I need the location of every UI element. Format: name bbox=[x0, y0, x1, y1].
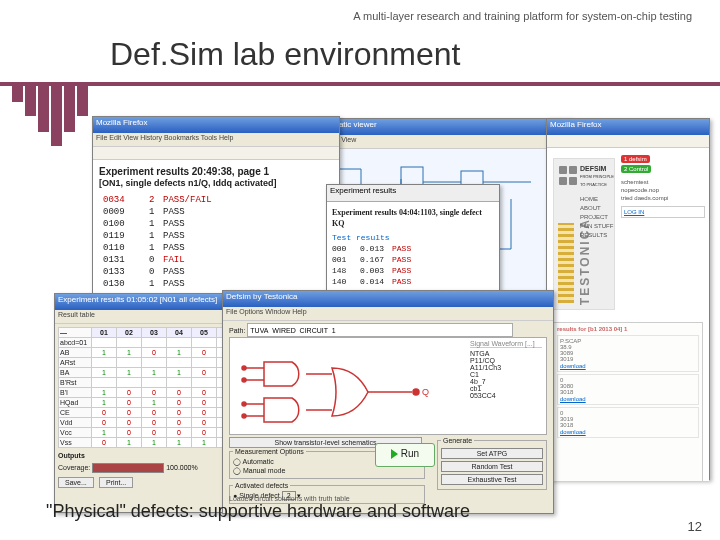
slide-footer-text: "Physical" defects: supportive hardware … bbox=[46, 501, 470, 522]
browser-toolbar[interactable] bbox=[547, 135, 709, 148]
panel-line: tried daeds.compi bbox=[621, 194, 705, 202]
path-input[interactable] bbox=[247, 323, 513, 337]
titlebar[interactable]: Mozilla Firefox bbox=[93, 117, 339, 133]
run-button[interactable]: Run bbox=[375, 443, 435, 467]
results-panel: results for [b1 2013 04] 1 P.SCAP 38.9 3… bbox=[553, 322, 703, 481]
svg-point-23 bbox=[242, 366, 246, 370]
download-link[interactable]: download bbox=[560, 429, 586, 435]
result-item: 0 3019 3018 download bbox=[557, 407, 699, 438]
titlebar[interactable]: Schematic viewer bbox=[311, 119, 571, 135]
signal-info: Signal Waveform [...] NTGAP11/CQ A11/1Ch… bbox=[470, 340, 542, 399]
window-results-page[interactable]: Mozilla Firefox File Edit View History B… bbox=[92, 116, 340, 314]
svg-text:Q: Q bbox=[422, 387, 429, 397]
menubar[interactable]: File Edit View bbox=[311, 135, 571, 149]
col-header: Test results bbox=[332, 232, 494, 243]
nav-results[interactable]: RESULTS bbox=[580, 231, 613, 240]
window-defsim[interactable]: Defsim by Testonica File Options Window … bbox=[222, 290, 554, 514]
generate-group: Generate Set ATPG Random Test Exhaustive… bbox=[437, 437, 547, 490]
truth-table: —010203040506 abcd=01 AB110101 ARst BA11… bbox=[58, 327, 242, 448]
login-link[interactable]: LOG IN bbox=[621, 206, 705, 218]
result-item: P.SCAP 38.9 3089 3019 download bbox=[557, 335, 699, 372]
page-number: 12 bbox=[688, 519, 702, 534]
tabbar[interactable]: Result table bbox=[55, 310, 245, 324]
coverage-label: Coverage: bbox=[58, 464, 90, 471]
exhaustive-test-button[interactable]: Exhaustive Test bbox=[441, 474, 543, 485]
nav-list[interactable]: HOME ABOUT PROJECT FUN STUFF RESULTS bbox=[580, 195, 613, 240]
svg-point-21 bbox=[413, 389, 419, 395]
print-button[interactable]: Print... bbox=[99, 477, 133, 488]
random-test-button[interactable]: Random Test bbox=[441, 461, 543, 472]
gate-drawing: Q bbox=[236, 344, 456, 436]
result-item: 0 3080 3018 download bbox=[557, 374, 699, 405]
play-icon bbox=[391, 449, 398, 459]
results-panel-title: results for [b1 2013 04] 1 bbox=[557, 326, 699, 332]
brand-stripe bbox=[558, 223, 574, 303]
browser-toolbar[interactable] bbox=[93, 147, 339, 160]
svg-point-24 bbox=[242, 378, 246, 382]
results-subheading: [ON1, single defects n1/Q, Iddq activate… bbox=[99, 178, 335, 188]
panel-line: schemtest bbox=[621, 178, 705, 186]
logo bbox=[12, 86, 88, 154]
titlebar[interactable]: Mozilla Firefox bbox=[547, 119, 709, 135]
set-atpg-button[interactable]: Set ATPG bbox=[441, 448, 543, 459]
titlebar[interactable]: Defsim by Testonica bbox=[223, 291, 553, 307]
coverage-value: 100.000% bbox=[166, 464, 198, 471]
menubar[interactable]: File Edit View History Bookmarks Tools H… bbox=[93, 133, 339, 147]
gate-schematic-panel[interactable]: Q Signal Waveform [...] NTGAP11/CQ A11/1… bbox=[229, 337, 547, 435]
coverage-bar bbox=[92, 463, 164, 473]
defsim-logo-icon bbox=[558, 165, 578, 181]
menubar[interactable]: File Options Window Help bbox=[223, 307, 553, 321]
badge-defsim[interactable]: 1 defsim bbox=[621, 155, 650, 163]
brand-name: DEFSIM bbox=[580, 165, 606, 172]
panel-line: nopecode.nop bbox=[621, 186, 705, 194]
window-testonica[interactable]: Mozilla Firefox DEFSIMFROM PRINCIPLE TO … bbox=[546, 118, 710, 480]
right-control-panel: 1 defsim 2 Control schemtest nopecode.no… bbox=[621, 154, 705, 218]
window-truth-table[interactable]: Experiment results 01:05:02 [N01 all def… bbox=[54, 293, 246, 513]
results-table: 00342PASS/FAIL 00091PASS 01001PASS 01191… bbox=[103, 194, 335, 290]
titlebar[interactable]: Experiment results bbox=[327, 185, 499, 202]
opt-manual[interactable]: ◯ Manual mode bbox=[233, 467, 421, 475]
title-rule bbox=[0, 82, 720, 86]
outputs-label: Outputs bbox=[58, 452, 242, 459]
download-link[interactable]: download bbox=[560, 363, 586, 369]
nav-project[interactable]: PROJECT bbox=[580, 213, 613, 222]
download-link[interactable]: download bbox=[560, 396, 586, 402]
project-line: A multi-layer research and training plat… bbox=[353, 10, 692, 22]
page-title: Def.Sim lab environment bbox=[110, 36, 460, 73]
titlebar[interactable]: Experiment results 01:05:02 [N01 all def… bbox=[55, 294, 245, 310]
sidebar-brand-panel: DEFSIMFROM PRINCIPLE TO PRACTICE TESTONI… bbox=[553, 158, 615, 310]
svg-point-25 bbox=[242, 402, 246, 406]
results-heading: Experiment results 20:49:38, page 1 bbox=[99, 166, 335, 177]
results-heading: Experiment results 04:04:1103, single de… bbox=[332, 207, 494, 229]
nav-home[interactable]: HOME bbox=[580, 195, 613, 204]
svg-point-26 bbox=[242, 414, 246, 418]
save-button[interactable]: Save... bbox=[58, 477, 94, 488]
nav-funstuff[interactable]: FUN STUFF bbox=[580, 222, 613, 231]
badge-control[interactable]: 2 Control bbox=[621, 165, 651, 173]
path-label: Path: bbox=[229, 327, 245, 334]
nav-about[interactable]: ABOUT bbox=[580, 204, 613, 213]
